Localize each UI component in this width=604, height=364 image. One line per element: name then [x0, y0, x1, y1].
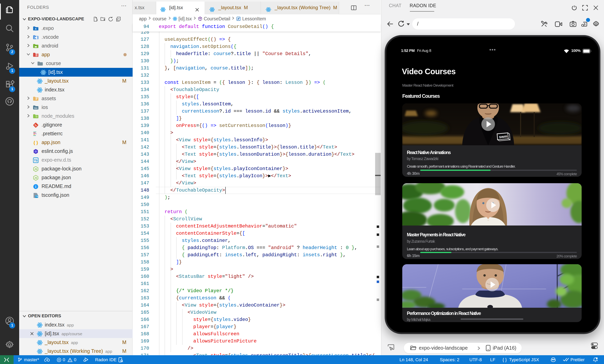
svg-text:JS: JS: [34, 176, 37, 179]
svg-text:JS: JS: [34, 168, 37, 170]
svg-text:swm: swm: [499, 134, 507, 139]
svg-text:ios: ios: [34, 107, 37, 109]
svg-text:TS: TS: [35, 195, 38, 197]
svg-text:TS: TS: [34, 159, 38, 162]
